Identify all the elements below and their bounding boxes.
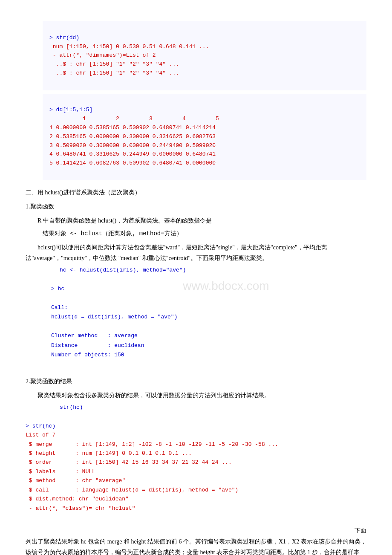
code-line-dd5: 3 0.5099020 0.3000000 0.000000 0.2449490… [49, 142, 216, 149]
code-str-hc-line: str(hc) [60, 404, 366, 410]
str-hc-line-0: > str(hc) [26, 423, 55, 429]
hc-line-3: Call: [51, 304, 68, 311]
code-line-dd6: 4 0.6480741 0.3316625 0.244949 0.0000000… [49, 151, 216, 157]
para-2-text: hclust()可以使用的类间距离计算方法包含离差法"ward"，最短距离法"s… [26, 244, 327, 261]
formula-line: 结果对象 <- hclust（距离对象, method=方法） [43, 228, 366, 239]
code-str-hc-text: str(hc) [60, 404, 83, 410]
str-hc-line-6: $ method : chr "average" [26, 477, 125, 484]
code-line-4: ..$ : chr [1:150] "1" "2" "3" "4" ... [49, 61, 179, 67]
formula-text: 结果对象 <- hclust（距离对象, method=方法） [43, 230, 182, 237]
code-block-dd-matrix: > dd[1:5,1:5] 1 2 3 4 5 1 0.0000000 0.53… [43, 94, 366, 180]
code-hc-assign: hc <- hclust(dist(iris), method="ave") [60, 267, 366, 273]
code-block-hc-output: www.bdocx.com > hc Call: hclust(d = dist… [51, 275, 366, 369]
str-hc-line-1: List of 7 [26, 432, 55, 438]
code-line-2: num [1:150, 1:150] 0 0.539 0.51 0.648 0.… [49, 43, 209, 50]
page-container: > str(dd) num [1:150, 1:150] 0 0.539 0.5… [26, 21, 366, 555]
str-hc-line-5: $ labels : NULL [26, 468, 95, 475]
para-3-text: 聚类结果对象包含很多聚类分析的结果，可以使用数据分量的方法列出相应的计算结果。 [37, 392, 270, 399]
code-block-str-hc: > str(hc) List of 7 $ merge : int [1:149… [26, 412, 366, 522]
str-hc-line-9: - attr(*, "class")= chr "hclust" [26, 505, 135, 512]
str-hc-line-8: $ dist.method: chr "euclidean" [26, 496, 129, 502]
hc-line-1: > hc [51, 286, 64, 292]
str-hc-line-2: $ merge : int [1:149, 1:2] -102 -8 -1 -1… [26, 441, 278, 448]
para-4-container: 下面 列出了聚类结果对象 hc 包含的 merge 和 height 结果值的前… [26, 525, 366, 555]
section-2-2-heading: 2.聚类函数的结果 [26, 376, 366, 387]
code-line-dd2: 1 2 3 4 5 [49, 116, 219, 122]
section-2-1-heading: 1.聚类函数 [26, 201, 366, 212]
section-2-heading: 二、用 hclust()进行谱系聚类法（层次聚类） [26, 187, 366, 198]
code-line-dd3: 1 0.0000000 0.5385165 0.509902 0.6480741… [49, 124, 216, 131]
hc-line-4: hclust(d = dist(iris), method = "ave") [51, 314, 177, 320]
para-1: R 中自带的聚类函数是 hclust()，为谱系聚类法。基本的函数指令是 [26, 215, 366, 226]
hc-line-6: Cluster method : average [51, 332, 138, 339]
para-4-xia-mian: 下面 [355, 525, 366, 536]
code-line-dd1: > dd[1:5,1:5] [49, 107, 92, 113]
code-block-str-dd: > str(dd) num [1:150, 1:150] 0 0.539 0.5… [43, 21, 366, 90]
section-2-2-title: 2.聚类函数的结果 [26, 378, 72, 384]
hc-line-7: Distance : euclidean [51, 342, 144, 349]
para-3: 聚类结果对象包含很多聚类分析的结果，可以使用数据分量的方法列出相应的计算结果。 [26, 390, 366, 401]
para-2: hclust()可以使用的类间距离计算方法包含离差法"ward"，最短距离法"s… [26, 242, 366, 263]
para-4-text: 列出了聚类结果对象 hc 包含的 merge 和 height 结果值的前 6 … [26, 536, 366, 555]
hc-line-8: Number of objects: 150 [51, 352, 124, 358]
section-2-1-title: 1.聚类函数 [26, 203, 54, 210]
code-line-1: > str(dd) [49, 35, 79, 41]
para-1-text: R 中自带的聚类函数是 hclust()，为谱系聚类法。基本的函数指令是 [37, 217, 212, 224]
str-hc-line-7: $ call : language hclust(d = dist(iris),… [26, 487, 238, 493]
str-hc-line-3: $ height : num [1:149] 0 0.1 0.1 0.1 0.1… [26, 450, 192, 457]
code-hc-text: hc <- hclust(dist(iris), method="ave") [60, 267, 186, 273]
section-2-title: 二、用 hclust()进行谱系聚类法（层次聚类） [26, 189, 141, 196]
str-hc-line-4: $ order : int [1:150] 42 15 16 33 34 37 … [26, 459, 232, 465]
code-line-5: ..$ : chr [1:150] "1" "2" "3" "4" ... [49, 70, 179, 76]
code-line-3: - attr(*, "dimnames")=List of 2 [49, 52, 156, 58]
code-line-dd7: 5 0.1414214 0.6082763 0.509902 0.6480741… [49, 160, 216, 166]
code-line-dd4: 2 0.5385165 0.0000000 0.300000 0.3316625… [49, 133, 216, 140]
